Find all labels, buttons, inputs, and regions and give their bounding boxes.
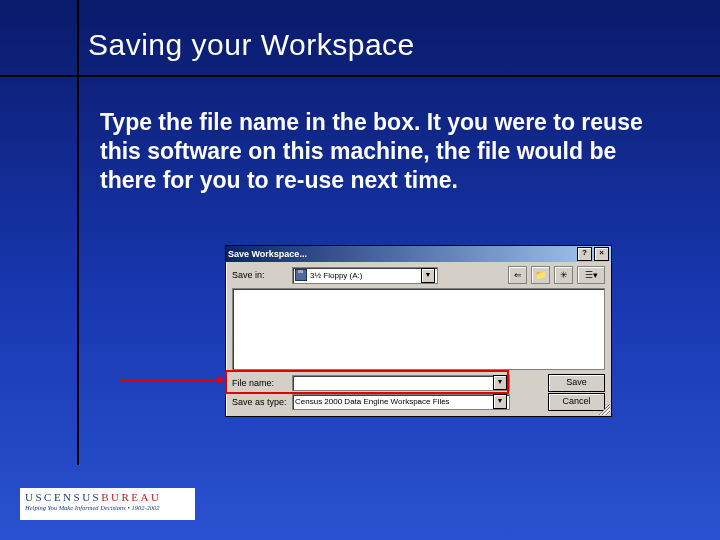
dialog-title: Save Workspace... [228,249,307,259]
file-list-area[interactable] [232,288,605,370]
saveastype-value: Census 2000 Data Engine Workspace Files [295,397,450,406]
census-bureau-logo: USCENSUSBUREAU Helping You Make Informed… [20,488,195,520]
vertical-rule [77,0,79,465]
filename-input[interactable]: ▼ [292,375,510,391]
filename-label: File name: [232,378,288,388]
horizontal-rule [0,75,720,77]
view-menu-icon[interactable]: ☰▾ [577,266,605,284]
up-folder-icon[interactable]: 📁 [531,266,550,284]
chevron-down-icon[interactable]: ▼ [421,268,435,283]
help-button[interactable]: ? [577,247,592,261]
slide-body-text: Type the file name in the box. It you we… [100,108,660,194]
arrow-line [120,380,224,381]
back-icon[interactable]: ⇐ [508,266,527,284]
savein-row: Save in: 3½ Floppy (A:) ▼ ⇐ 📁 ✳ ☰▾ [226,262,611,288]
saveastype-label: Save as type: [232,397,288,407]
saveastype-row: Save as type: Census 2000 Data Engine Wo… [232,392,605,411]
chevron-down-icon[interactable]: ▼ [493,375,507,390]
logo-line2: Helping You Make Informed Decisions • 19… [25,504,190,511]
savein-label: Save in: [232,270,288,280]
cancel-button[interactable]: Cancel [548,393,605,411]
floppy-icon [295,269,307,281]
save-button[interactable]: Save [548,374,605,392]
dialog-titlebar: Save Workspace... ? × [226,246,611,262]
close-button[interactable]: × [594,247,609,261]
savein-value: 3½ Floppy (A:) [310,271,362,280]
logo-line1-pre: USCENSUS [25,491,101,503]
chevron-down-icon[interactable]: ▼ [493,394,507,409]
savein-dropdown[interactable]: 3½ Floppy (A:) ▼ [292,267,438,284]
arrow-head-icon [218,376,225,384]
filename-row: File name: ▼ Save [232,373,605,392]
new-folder-icon[interactable]: ✳ [554,266,573,284]
resize-grip-icon[interactable] [598,403,610,415]
saveastype-dropdown[interactable]: Census 2000 Data Engine Workspace Files … [292,394,510,410]
save-workspace-dialog: Save Workspace... ? × Save in: 3½ Floppy… [225,245,612,417]
logo-line1-post: BUREAU [101,491,161,503]
slide-title: Saving your Workspace [88,28,415,62]
logo-line1: USCENSUSBUREAU [25,491,190,503]
slide: Saving your Workspace Type the file name… [0,0,720,540]
